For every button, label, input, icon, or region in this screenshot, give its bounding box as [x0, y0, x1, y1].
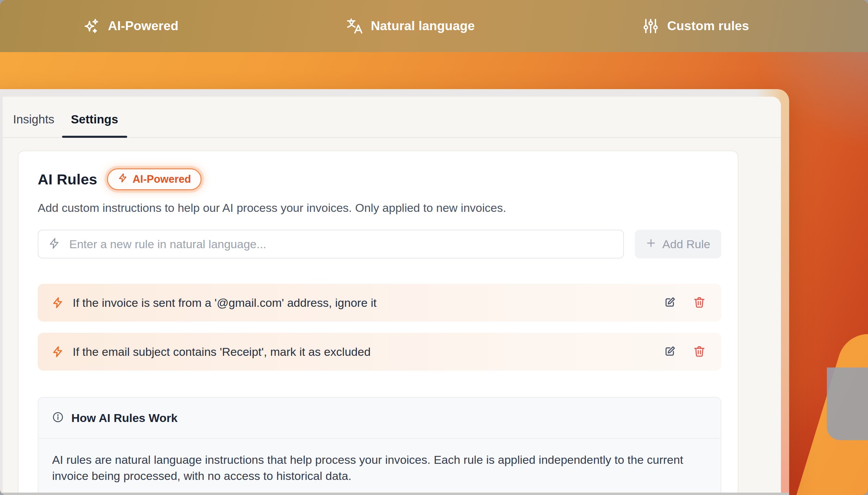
feature-custom-rules: Custom rules — [642, 18, 749, 34]
lightning-icon — [51, 346, 64, 358]
card-description: Add custom instructions to help our AI p… — [38, 201, 721, 215]
rules-list: If the invoice is sent from a '@gmail.co… — [38, 284, 721, 371]
rule-row: If the email subject contains 'Receipt',… — [38, 333, 721, 371]
info-box-header: How AI Rules Work — [38, 398, 721, 439]
ai-powered-badge: AI-Powered — [107, 168, 202, 190]
info-icon — [52, 411, 64, 424]
app-window-body: Insights Settings AI Rules AI-Powe — [3, 97, 781, 494]
rule-row: If the invoice is sent from a '@gmail.co… — [38, 284, 721, 322]
add-rule-label: Add Rule — [662, 238, 710, 251]
edit-icon — [663, 345, 676, 359]
feature-label: Natural language — [371, 19, 475, 33]
card-title: AI Rules — [38, 171, 97, 188]
settings-content: AI Rules AI-Powered Add custom instructi… — [3, 138, 781, 494]
rule-actions — [663, 345, 706, 359]
rule-input-container — [38, 230, 624, 258]
info-box-title: How AI Rules Work — [71, 411, 178, 425]
window-bottom-edge — [0, 493, 789, 495]
feature-ai-powered: AI-Powered — [83, 18, 179, 34]
edit-rule-button[interactable] — [663, 296, 677, 310]
info-box-body: AI rules are natural language instructio… — [38, 439, 721, 494]
app-window: Insights Settings AI Rules AI-Powe — [0, 89, 789, 495]
lightning-icon — [51, 297, 64, 309]
feature-label: Custom rules — [667, 19, 749, 33]
add-rule-button[interactable]: Add Rule — [635, 230, 721, 258]
lightning-icon — [118, 173, 128, 186]
rule-text: If the email subject contains 'Receipt',… — [73, 345, 654, 359]
rule-input-row: Add Rule — [38, 230, 721, 258]
edit-rule-button[interactable] — [663, 345, 677, 359]
tab-insights[interactable]: Insights — [13, 112, 55, 137]
tab-bar: Insights Settings — [3, 97, 781, 138]
trash-icon — [693, 345, 706, 359]
tab-settings[interactable]: Settings — [71, 112, 118, 137]
translate-icon — [346, 18, 363, 34]
screenshot-root: AI-Powered Natural language — [0, 0, 868, 495]
feature-label: AI-Powered — [108, 19, 179, 33]
sparkles-icon — [83, 18, 100, 34]
plus-icon — [646, 238, 656, 251]
trash-icon — [693, 296, 706, 310]
badge-label: AI-Powered — [133, 173, 191, 185]
how-ai-rules-work-box: How AI Rules Work AI rules are natural l… — [38, 397, 721, 494]
sliders-icon — [642, 18, 659, 34]
rule-text: If the invoice is sent from a '@gmail.co… — [73, 296, 654, 310]
wallpaper-gray-shape — [827, 367, 868, 440]
lightning-icon — [48, 237, 60, 251]
delete-rule-button[interactable] — [692, 296, 706, 310]
feature-natural-language: Natural language — [346, 18, 475, 34]
edit-icon — [663, 296, 676, 310]
delete-rule-button[interactable] — [692, 345, 706, 359]
card-title-row: AI Rules AI-Powered — [38, 168, 721, 190]
rule-input[interactable] — [69, 230, 614, 258]
feature-banner: AI-Powered Natural language — [0, 0, 868, 52]
rule-actions — [663, 296, 706, 310]
ai-rules-card: AI Rules AI-Powered Add custom instructi… — [18, 150, 738, 494]
